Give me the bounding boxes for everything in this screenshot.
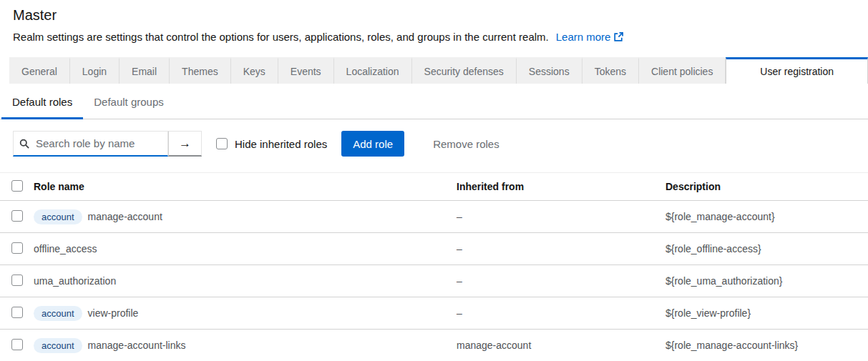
page-subtitle-text: Realm settings are settings that control…: [13, 31, 549, 43]
tab-client-policies[interactable]: Client policies: [639, 57, 726, 84]
select-all-checkbox[interactable]: [11, 180, 23, 192]
subtab-default-roles[interactable]: Default roles: [1, 86, 83, 119]
column-inherited-from: Inherited from: [451, 173, 660, 201]
tab-email[interactable]: Email: [120, 57, 170, 84]
tab-themes[interactable]: Themes: [170, 57, 231, 84]
hide-inherited-roles-control: Hide inherited roles: [216, 138, 327, 150]
realm-settings-tabs: General Login Email Themes Keys Events L…: [9, 57, 868, 84]
description-cell: ${role_view-profile}: [660, 297, 868, 330]
table-row: accountmanage-account – ${role_manage-ac…: [0, 201, 868, 233]
tab-security-defenses[interactable]: Security defenses: [412, 57, 517, 84]
tab-general[interactable]: General: [9, 57, 70, 84]
table-row: offline_access – ${role_offline-access}: [0, 233, 868, 265]
learn-more-label: Learn more: [556, 31, 611, 43]
row-select-checkbox[interactable]: [11, 275, 23, 286]
inherited-from-cell: –: [451, 297, 660, 330]
learn-more-link[interactable]: Learn more: [556, 31, 624, 43]
user-registration-subtabs: Default roles Default groups: [0, 86, 868, 119]
column-description: Description: [660, 173, 868, 201]
client-badge: account: [34, 338, 82, 353]
inherited-from-cell: –: [451, 201, 660, 233]
inherited-from-cell: –: [451, 265, 660, 297]
tab-events[interactable]: Events: [278, 57, 334, 84]
table-header-row: Role name Inherited from Description: [0, 173, 868, 201]
search-submit-button[interactable]: →: [168, 131, 202, 157]
row-select-checkbox[interactable]: [11, 307, 23, 318]
row-select-checkbox[interactable]: [11, 210, 23, 222]
external-link-icon: [614, 32, 623, 41]
inherited-from-cell: manage-account: [451, 330, 660, 361]
search-group: →: [13, 131, 202, 157]
default-roles-table: Role name Inherited from Description acc…: [0, 172, 868, 361]
arrow-right-icon: →: [179, 137, 191, 150]
column-role-name: Role name: [23, 173, 451, 201]
subtab-default-groups[interactable]: Default groups: [83, 86, 175, 119]
client-badge: account: [34, 209, 82, 224]
role-name: manage-account: [88, 211, 162, 222]
remove-roles-button[interactable]: Remove roles: [427, 131, 505, 157]
description-cell: ${role_offline-access}: [660, 233, 868, 265]
add-role-button[interactable]: Add role: [341, 131, 404, 157]
tab-keys[interactable]: Keys: [231, 57, 278, 84]
tab-localization[interactable]: Localization: [334, 57, 412, 84]
search-box: [13, 131, 168, 157]
hide-inherited-label: Hide inherited roles: [235, 138, 327, 150]
description-cell: ${role_manage-account}: [660, 201, 868, 233]
role-name: uma_authorization: [34, 275, 116, 287]
tab-sessions[interactable]: Sessions: [517, 57, 582, 84]
inherited-from-cell: –: [451, 233, 660, 265]
tab-login[interactable]: Login: [70, 57, 120, 84]
role-name: offline_access: [34, 243, 97, 254]
page-subtitle: Realm settings are settings that control…: [13, 31, 855, 43]
table-row: uma_authorization – ${role_uma_authoriza…: [0, 265, 868, 297]
search-input[interactable]: [34, 137, 162, 150]
role-name: manage-account-links: [88, 340, 186, 351]
role-name: view-profile: [88, 307, 139, 319]
row-select-checkbox[interactable]: [11, 242, 23, 254]
table-row: accountview-profile – ${role_view-profil…: [0, 297, 868, 330]
page-header: Master Realm settings are settings that …: [0, 0, 868, 43]
description-cell: ${role_manage-account-links}: [660, 330, 868, 361]
roles-toolbar: → Hide inherited roles Add role Remove r…: [0, 119, 868, 167]
tab-user-registration[interactable]: User registration: [726, 57, 868, 84]
client-badge: account: [34, 306, 82, 321]
row-select-checkbox[interactable]: [11, 339, 23, 350]
table-row: accountmanage-account-links manage-accou…: [0, 330, 868, 361]
hide-inherited-checkbox[interactable]: [216, 138, 228, 149]
page-title: Master: [13, 7, 855, 24]
description-cell: ${role_uma_authorization}: [660, 265, 868, 297]
tab-tokens[interactable]: Tokens: [582, 57, 639, 84]
search-icon: [19, 139, 29, 149]
